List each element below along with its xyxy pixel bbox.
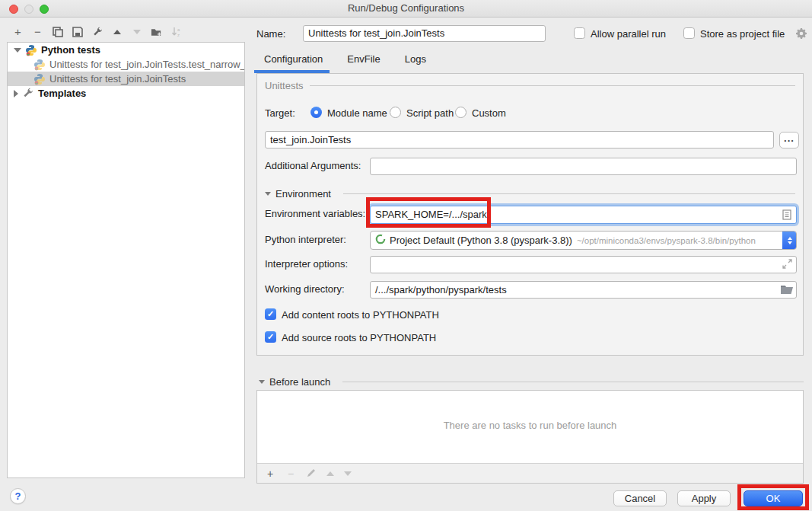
module-name-input[interactable]: test_join.JoinTests — [265, 131, 774, 149]
add-source-roots-label[interactable]: Add source roots to PYTHONPATH — [282, 332, 436, 343]
target-module-name-label[interactable]: Module name — [327, 107, 387, 119]
edit-task-icon — [306, 468, 317, 480]
svg-text:a: a — [177, 27, 180, 32]
tree-item-label: Python tests — [41, 44, 100, 56]
remove-configuration-icon[interactable]: − — [32, 26, 43, 38]
target-script-path-radio[interactable] — [390, 107, 401, 118]
edit-templates-icon[interactable] — [91, 26, 103, 38]
before-launch-empty-text: There are no tasks to run before launch — [257, 420, 803, 431]
tree-item-templates[interactable]: Templates — [8, 86, 244, 101]
environment-variables-label: Environment variables: — [265, 208, 365, 219]
move-down-icon — [131, 26, 142, 38]
before-launch-label[interactable]: Before launch — [269, 376, 330, 388]
environment-collapse-icon[interactable] — [265, 192, 271, 196]
additional-arguments-label: Additional Arguments: — [265, 160, 361, 171]
unittests-group-header: Unittests — [265, 80, 795, 91]
before-launch-panel: There are no tasks to run before launch … — [256, 390, 804, 484]
conda-env-icon — [375, 234, 386, 247]
expand-icon[interactable] — [14, 90, 18, 97]
env-vars-editor-icon[interactable] — [782, 209, 791, 222]
env-vars-highlight-annotation — [366, 197, 491, 228]
minimize-window-button[interactable] — [24, 5, 33, 14]
svg-text:z: z — [177, 33, 180, 37]
environment-section-label[interactable]: Environment — [275, 188, 331, 200]
tree-item-unittests-jointests[interactable]: Unittests for test_join.JoinTests — [8, 72, 244, 86]
store-as-project-file-label[interactable]: Store as project file — [700, 28, 785, 40]
run-debug-configurations-dialog: Run/Debug Configurations + − az — [0, 0, 812, 511]
tab-configuration[interactable]: Configuration — [264, 53, 323, 69]
add-task-icon[interactable]: + — [265, 468, 275, 480]
expand-editor-icon[interactable] — [782, 259, 792, 271]
move-up-icon[interactable] — [111, 26, 123, 38]
add-configuration-icon[interactable]: + — [12, 26, 24, 38]
tab-envfile[interactable]: EnvFile — [347, 53, 380, 69]
additional-arguments-input[interactable] — [370, 158, 797, 175]
window-title: Run/Debug Configurations — [0, 0, 812, 17]
new-folder-icon[interactable] — [151, 26, 162, 38]
name-label: Name: — [256, 28, 285, 40]
config-tabs: Configuration EnvFile Logs — [264, 53, 426, 69]
python-interpreter-combo[interactable]: Project Default (Python 3.8 (pyspark-3.8… — [370, 231, 797, 250]
close-window-button[interactable] — [9, 5, 18, 14]
tree-item-python-tests[interactable]: Python tests — [8, 43, 244, 57]
configurations-toolbar: + − az — [12, 25, 182, 39]
tree-item-label: Unittests for test_join.JoinTests.test_n… — [49, 59, 244, 70]
python-test-config-icon — [33, 59, 46, 71]
configuration-panel: Unittests Target: Module name Script pat… — [256, 73, 804, 356]
before-launch-toolbar: + − — [257, 463, 803, 483]
tree-item-label: Unittests for test_join.JoinTests — [49, 73, 186, 85]
before-launch-header[interactable]: Before launch — [259, 376, 804, 388]
browse-module-button[interactable]: ... — [779, 132, 799, 149]
folder-browse-icon[interactable] — [781, 285, 793, 296]
sort-configurations-icon: az — [170, 26, 182, 38]
add-source-roots-checkbox[interactable]: ✓ — [265, 331, 276, 343]
collapse-icon[interactable] — [14, 48, 21, 53]
move-task-down-icon — [344, 471, 352, 476]
templates-icon — [22, 88, 34, 100]
tab-logs[interactable]: Logs — [405, 53, 426, 69]
configurations-tree: Python tests Unittests for test_join.Joi… — [7, 42, 245, 478]
target-custom-label[interactable]: Custom — [472, 107, 506, 119]
working-directory-label: Working directory: — [265, 283, 345, 295]
interpreter-options-input[interactable] — [370, 256, 797, 273]
python-interpreter-label: Python interpreter: — [265, 234, 346, 245]
combo-stepper-icon[interactable] — [782, 231, 797, 250]
zoom-window-button[interactable] — [40, 5, 49, 14]
unittests-group-label: Unittests — [265, 80, 304, 91]
target-label: Target: — [265, 107, 295, 119]
target-custom-radio[interactable] — [455, 107, 467, 118]
allow-parallel-run-label[interactable]: Allow parallel run — [591, 28, 666, 40]
remove-task-icon: − — [285, 468, 296, 480]
cancel-button[interactable]: Cancel — [613, 490, 667, 506]
python-interpreter-path: ~/opt/miniconda3/envs/pyspark-3.8/bin/py… — [577, 236, 756, 245]
title-bar: Run/Debug Configurations — [0, 0, 812, 18]
apply-button[interactable]: Apply — [677, 490, 731, 506]
store-as-project-file-checkbox[interactable] — [683, 27, 695, 39]
ok-button-highlight-annotation — [737, 484, 809, 510]
save-configuration-icon[interactable] — [72, 26, 83, 38]
allow-parallel-run-checkbox[interactable] — [574, 27, 585, 39]
gear-icon[interactable] — [795, 27, 807, 42]
working-directory-input[interactable]: /.../spark/python/pyspark/tests — [370, 281, 797, 299]
before-launch-collapse-icon[interactable] — [259, 380, 265, 384]
python-interpreter-value: Project Default (Python 3.8 (pyspark-3.8… — [390, 235, 572, 246]
python-tests-icon — [25, 44, 37, 56]
target-script-path-label[interactable]: Script path — [406, 107, 454, 119]
add-content-roots-label[interactable]: Add content roots to PYTHONPATH — [282, 309, 439, 321]
tree-item-label: Templates — [38, 88, 86, 99]
help-button[interactable]: ? — [10, 488, 26, 504]
move-task-up-icon — [326, 471, 334, 476]
tree-item-unittests-narrow[interactable]: Unittests for test_join.JoinTests.test_n… — [8, 57, 244, 72]
interpreter-options-label: Interpreter options: — [265, 258, 348, 270]
copy-configuration-icon[interactable] — [52, 26, 63, 38]
environment-section-header[interactable]: Environment — [265, 188, 795, 200]
name-input[interactable]: Unittests for test_join.JoinTests — [303, 25, 546, 42]
python-test-config-icon — [33, 73, 46, 85]
target-module-name-radio[interactable] — [310, 107, 322, 118]
add-content-roots-checkbox[interactable]: ✓ — [265, 308, 276, 320]
